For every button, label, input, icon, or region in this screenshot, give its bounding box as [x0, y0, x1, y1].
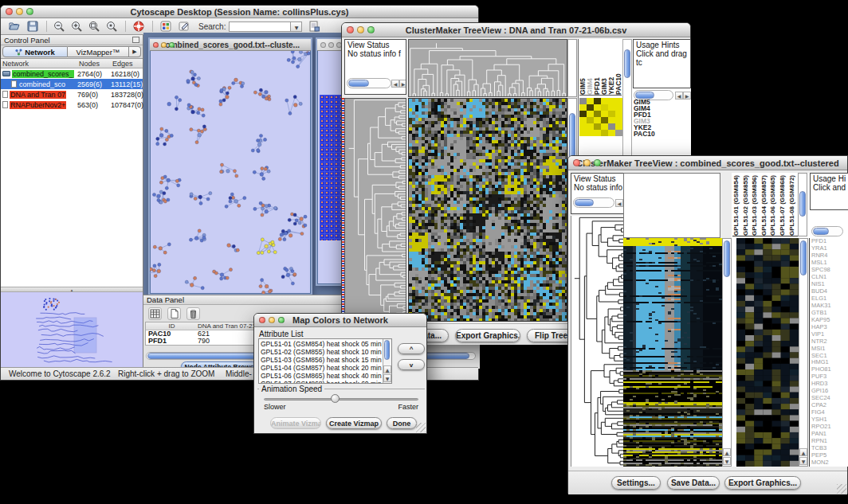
- zoom-selected-icon[interactable]: [105, 20, 118, 33]
- column-header-id[interactable]: ID: [146, 322, 195, 330]
- global-heatmap[interactable]: [408, 98, 567, 322]
- attribute-item[interactable]: GPL51-02 (GSM855) heat shock 10 min: [261, 348, 390, 356]
- close-icon[interactable]: [320, 42, 326, 48]
- network-row[interactable]: combined_scores_ 2764(0) 16218(0): [1, 68, 143, 79]
- scroll-down-icon[interactable]: ▼: [799, 457, 807, 465]
- attribute-item[interactable]: GPL51-07 (GSM868) heat shock 60 min: [261, 380, 390, 384]
- attribute-listbox[interactable]: GPL51-01 (GSM854) heat shock 05 minGPL51…: [258, 338, 392, 384]
- delete-trash-icon[interactable]: [186, 307, 200, 320]
- tab-overflow-arrow-icon[interactable]: ▶: [129, 46, 141, 57]
- dialog-titlebar[interactable]: Map Colors to Network: [254, 314, 426, 327]
- create-vizmap-button[interactable]: Create Vizmap: [326, 417, 382, 429]
- scrollbar-thumb[interactable]: [384, 340, 390, 360]
- search-input[interactable]: [229, 21, 291, 32]
- listbox-vscrollbar[interactable]: ▲ ▼: [383, 339, 391, 383]
- close-icon[interactable]: [6, 8, 13, 15]
- slider-thumb[interactable]: [331, 394, 340, 403]
- scrollbar-thumb[interactable]: [348, 80, 369, 87]
- table-document-icon[interactable]: [308, 20, 320, 33]
- scroll-down-icon[interactable]: ▼: [723, 457, 731, 465]
- zoom-window-icon[interactable]: [169, 42, 175, 48]
- float-panel-icon[interactable]: [132, 37, 139, 43]
- column-label[interactable]: GPL51-02 (GSM855): [742, 173, 752, 236]
- gene-label[interactable]: MON2: [810, 459, 848, 467]
- network-overview-thumbnail[interactable]: [1, 292, 143, 369]
- column-label[interactable]: GPL51-04 (GSM857): [760, 173, 770, 236]
- heatmap-vscrollbar[interactable]: ▲ ▼: [722, 238, 732, 467]
- column-label-vscrollbar[interactable]: [798, 173, 807, 236]
- network-frame-titlebar[interactable]: combined_scores_good.txt--cluste...: [150, 39, 311, 51]
- animation-speed-slider[interactable]: [264, 398, 418, 400]
- scrollbar-thumb[interactable]: [569, 113, 575, 159]
- attribute-item[interactable]: GPL51-03 (GSM856) heat shock 15 min: [261, 356, 390, 364]
- view-status-scrollbar[interactable]: [347, 78, 391, 88]
- help-lifebuoy-icon[interactable]: [132, 20, 145, 33]
- minimize-icon[interactable]: [161, 42, 167, 48]
- scroll-up-icon[interactable]: ▲: [799, 448, 807, 456]
- attribute-item[interactable]: GPL51-04 (GSM857) heat shock 20 min: [261, 364, 390, 372]
- scrollbar-thumb[interactable]: [724, 240, 730, 277]
- scrollbar-thumb[interactable]: [813, 228, 829, 235]
- scroll-up-icon[interactable]: ▲: [383, 365, 391, 373]
- scrollbar-thumb[interactable]: [575, 199, 594, 206]
- resize-grip[interactable]: [837, 484, 846, 494]
- zoom-fit-icon[interactable]: [88, 20, 100, 33]
- row-dendrogram[interactable]: [344, 98, 406, 322]
- done-button[interactable]: Done: [387, 417, 417, 429]
- move-up-button[interactable]: ^: [398, 343, 425, 354]
- view-status-scrollbar[interactable]: [573, 197, 614, 208]
- close-icon[interactable]: [573, 159, 580, 166]
- column-label[interactable]: GPL51-03 (GSM856): [751, 173, 760, 236]
- export-graphics-button[interactable]: Export Graphics...: [724, 476, 801, 490]
- attribute-item[interactable]: GPL51-01 (GSM854) heat shock 05 min: [261, 340, 390, 348]
- treeview1-titlebar[interactable]: ClusterMaker TreeView : DNA and Tran 07-…: [342, 23, 690, 37]
- save-data-button[interactable]: Save Data...: [667, 476, 720, 490]
- settings-button[interactable]: Settings...: [611, 476, 661, 490]
- column-label[interactable]: GPL51-06 (GSM865): [769, 173, 779, 236]
- minimize-icon[interactable]: [583, 159, 591, 166]
- close-icon[interactable]: [347, 26, 354, 33]
- column-label[interactable]: GPL51-08 (GSM872): [788, 173, 798, 236]
- new-attribute-icon[interactable]: [167, 307, 181, 320]
- zoom-window-icon[interactable]: [594, 159, 601, 166]
- colored-nodes-icon[interactable]: [159, 20, 172, 33]
- zoom-heatmap[interactable]: [736, 238, 799, 467]
- network-view-frame[interactable]: combined_scores_good.txt--cluste...: [148, 37, 312, 295]
- zoom-window-icon[interactable]: [26, 8, 33, 15]
- scroll-up-icon[interactable]: ▲: [723, 448, 731, 456]
- scroll-down-icon[interactable]: ▼: [383, 374, 391, 382]
- row-dendrogram[interactable]: [571, 216, 623, 467]
- zoom-out-icon[interactable]: [53, 20, 65, 33]
- scroll-left-icon[interactable]: ◀: [391, 80, 399, 88]
- treeview2-titlebar[interactable]: ClusterMaker TreeView : combined_scores_…: [568, 156, 847, 170]
- column-label[interactable]: GPL51-07 (GSM868): [779, 173, 788, 236]
- export-graphics-button[interactable]: Export Graphics...: [455, 329, 520, 342]
- main-titlebar[interactable]: Cytoscape Desktop (Session Name: collins…: [1, 6, 478, 18]
- column-dendrogram-area[interactable]: [623, 173, 720, 238]
- column-label[interactable]: PAC10: [615, 39, 622, 95]
- column-dendrogram[interactable]: [408, 39, 567, 97]
- scrollbar-thumb[interactable]: [799, 191, 806, 217]
- attribute-item[interactable]: GPL51-06 (GSM865) heat shock 40 min: [261, 372, 390, 380]
- tab-vizmapper[interactable]: VizMapper™: [68, 46, 129, 57]
- move-down-button[interactable]: v: [398, 359, 425, 370]
- network-row[interactable]: DNA and Tran 07 769(0) 183728(0): [1, 89, 143, 100]
- zoom-heatmap[interactable]: [579, 98, 622, 136]
- panel-divider[interactable]: ▴: [1, 287, 143, 292]
- usage-hints-scrollbar[interactable]: [811, 226, 843, 236]
- save-icon[interactable]: [26, 20, 39, 33]
- scroll-right-icon[interactable]: ▶: [399, 80, 406, 88]
- column-label[interactable]: GPL51-01 (GSM854): [732, 173, 742, 236]
- animate-vizmap-button[interactable]: Animate Vizmap: [270, 417, 321, 429]
- close-icon[interactable]: [153, 42, 159, 48]
- minimize-icon[interactable]: [357, 26, 364, 33]
- tab-network[interactable]: Network: [2, 46, 68, 57]
- network-row[interactable]: combined_sco 2569(6) 13112(15): [1, 79, 143, 89]
- open-folder-icon[interactable]: [9, 20, 22, 33]
- search-dropdown-icon[interactable]: ▼: [291, 21, 302, 32]
- network-row[interactable]: RNAPuberNov2+ 563(0) 107847(0): [1, 100, 143, 110]
- network-canvas[interactable]: [150, 51, 311, 294]
- zoom-window-icon[interactable]: [367, 26, 375, 33]
- zoom-in-icon[interactable]: [70, 20, 83, 33]
- scrollbar-thumb[interactable]: [624, 49, 630, 78]
